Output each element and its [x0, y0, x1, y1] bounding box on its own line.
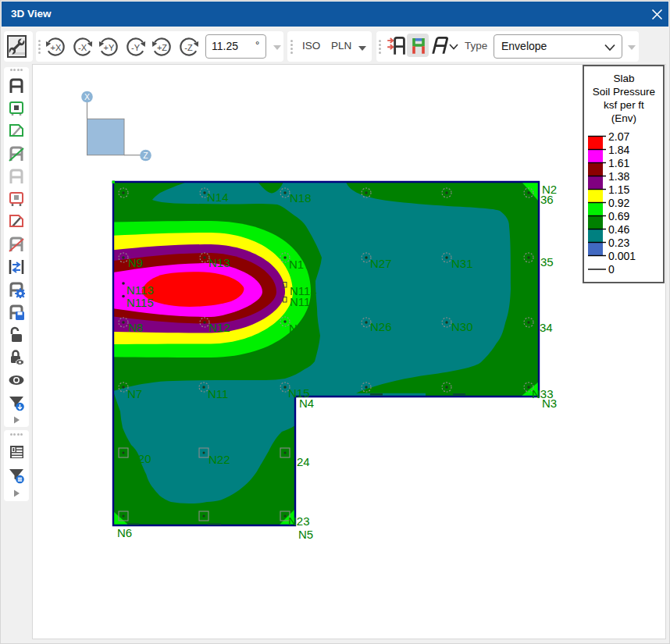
svg-text:1.84: 1.84: [608, 144, 629, 156]
svg-text:X: X: [84, 92, 90, 101]
svg-text:Slab: Slab: [613, 73, 634, 84]
svg-text:N113: N113: [127, 283, 154, 297]
svg-text:N16: N16: [289, 322, 311, 335]
svg-text:N31: N31: [451, 257, 473, 270]
svg-text:N11: N11: [208, 387, 228, 400]
svg-text:0.69: 0.69: [608, 210, 629, 222]
svg-text:1.61: 1.61: [608, 157, 629, 169]
svg-text:Z: Z: [143, 151, 148, 160]
svg-text:35: 35: [540, 255, 554, 269]
svg-text:N9: N9: [128, 256, 143, 269]
svg-text:0.92: 0.92: [608, 197, 629, 209]
svg-text:N22: N22: [208, 453, 230, 466]
svg-text:N26: N26: [370, 320, 392, 333]
svg-text:N3: N3: [542, 397, 557, 410]
svg-text:1.38: 1.38: [608, 170, 629, 183]
svg-text:36: 36: [540, 193, 554, 206]
svg-text:N13: N13: [208, 256, 230, 269]
svg-text:0.001: 0.001: [608, 250, 636, 262]
svg-text:N4: N4: [299, 397, 314, 410]
svg-text:0.46: 0.46: [608, 223, 629, 236]
svg-text:N116: N116: [290, 295, 317, 308]
svg-text:24: 24: [297, 455, 310, 468]
svg-text:N30: N30: [451, 320, 473, 333]
svg-text:ksf per ft: ksf per ft: [604, 99, 644, 111]
svg-text:34: 34: [540, 321, 553, 334]
svg-text:N5: N5: [298, 528, 313, 541]
svg-text:N7: N7: [127, 387, 142, 400]
svg-text:1.15: 1.15: [608, 183, 629, 196]
svg-text:Soil Pressure: Soil Pressure: [593, 86, 655, 98]
svg-text:N27: N27: [370, 257, 392, 270]
svg-text:N6: N6: [117, 526, 132, 539]
svg-text:N12: N12: [208, 321, 230, 334]
svg-text:N115: N115: [127, 296, 154, 309]
svg-text:(Env): (Env): [611, 112, 636, 124]
svg-text:0.23: 0.23: [608, 237, 629, 249]
svg-text:N20: N20: [130, 452, 151, 465]
svg-text:N8: N8: [128, 321, 143, 334]
svg-text:2.07: 2.07: [608, 130, 629, 143]
svg-text:0: 0: [608, 263, 615, 276]
svg-text:N23: N23: [288, 514, 310, 528]
svg-text:N18: N18: [290, 191, 312, 205]
svg-text:N14: N14: [207, 190, 229, 204]
svg-text:N17: N17: [289, 258, 311, 271]
